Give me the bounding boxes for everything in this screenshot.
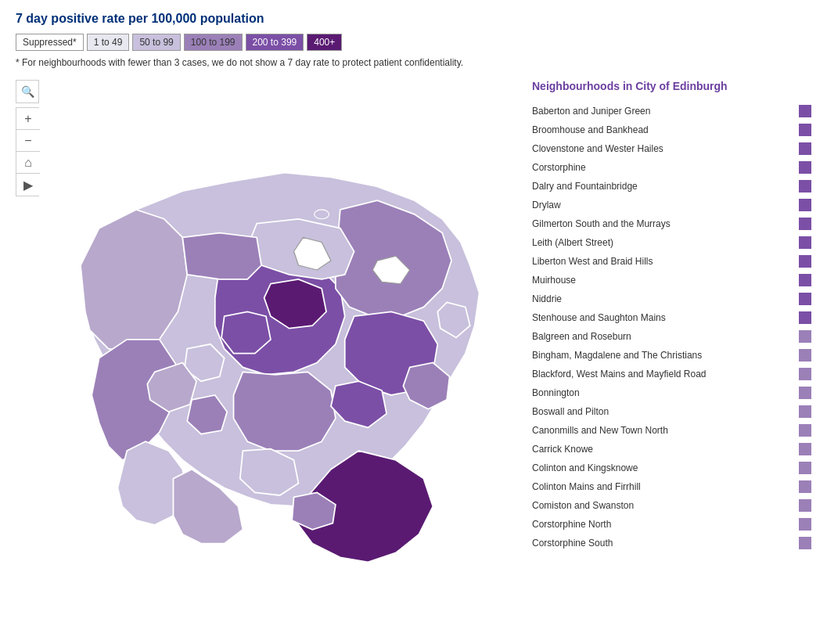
neighbourhood-item: Gilmerton South and the Murrays — [532, 214, 811, 233]
neighbourhood-item: Liberton West and Braid Hills — [532, 252, 811, 271]
neighbourhood-name: Clovenstone and Wester Hailes — [532, 143, 799, 154]
neighbourhood-item: Dalry and Fountainbridge — [532, 177, 811, 196]
colour-swatch — [799, 387, 811, 399]
map-wrapper: 🔍 + − ⌂ ▶ — [16, 80, 516, 581]
svg-point-1 — [315, 210, 329, 219]
arrow-button[interactable]: ▶ — [16, 174, 40, 196]
colour-swatch — [799, 330, 811, 343]
neighbourhood-name: Colinton and Kingsknowe — [532, 462, 799, 473]
neighbourhood-name: Dalry and Fountainbridge — [532, 181, 799, 192]
neighbourhood-name: Canonmills and New Town North — [532, 425, 799, 436]
map-search-button[interactable]: 🔍 — [16, 80, 39, 103]
colour-swatch — [799, 293, 811, 305]
map-controls-overlay: 🔍 + − ⌂ ▶ — [16, 80, 39, 196]
neighbourhood-item: Broomhouse and Bankhead — [532, 121, 811, 139]
neighbourhood-item: Clovenstone and Wester Hailes — [532, 139, 811, 158]
colour-swatch — [799, 218, 811, 230]
neighbourhood-name: Baberton and Juniper Green — [532, 106, 799, 117]
colour-swatch — [799, 311, 811, 324]
legend-item-range3: 100 to 199 — [184, 34, 243, 51]
neighbourhood-name: Bingham, Magdalene and The Christians — [532, 350, 799, 361]
page-title: 7 day positive rate per 100,000 populati… — [16, 12, 811, 26]
search-icon: 🔍 — [21, 85, 34, 98]
neighbourhood-item: Drylaw — [532, 196, 811, 214]
legend-item-suppressed: Suppressed* — [16, 34, 84, 51]
neighbourhood-name: Gilmerton South and the Murrays — [532, 218, 799, 229]
neighbourhood-item: Muirhouse — [532, 271, 811, 290]
neighbourhood-item: Colinton Mains and Firrhill — [532, 477, 811, 496]
main-content: 🔍 + − ⌂ ▶ — [16, 80, 811, 581]
neighbourhood-item: Corstorphine North — [532, 515, 811, 534]
colour-swatch — [799, 105, 811, 117]
neighbourhood-name: Niddrie — [532, 293, 799, 304]
neighbourhood-name: Comiston and Swanston — [532, 500, 799, 511]
neighbourhood-item: Blackford, West Mains and Mayfield Road — [532, 365, 811, 383]
colour-swatch — [799, 199, 811, 211]
legend-item-range5: 400+ — [307, 34, 342, 51]
zoom-out-button[interactable]: − — [16, 130, 40, 152]
neighbourhood-item: Bingham, Magdalene and The Christians — [532, 346, 811, 365]
neighbourhood-item: Balgreen and Roseburn — [532, 327, 811, 346]
home-button[interactable]: ⌂ — [16, 152, 40, 174]
colour-swatch — [799, 124, 811, 136]
footnote: * For neighbourhoods with fewer than 3 c… — [16, 57, 485, 68]
neighbourhood-name: Carrick Knowe — [532, 444, 799, 455]
neighbourhood-item: Canonmills and New Town North — [532, 421, 811, 440]
neighbourhood-name: Leith (Albert Street) — [532, 237, 799, 248]
neighbourhood-list: Baberton and Juniper GreenBroomhouse and… — [532, 102, 811, 552]
colour-swatch — [799, 518, 811, 531]
neighbourhood-name: Drylaw — [532, 200, 799, 210]
colour-swatch — [799, 462, 811, 474]
colour-swatch — [799, 499, 811, 512]
colour-swatch — [799, 180, 811, 192]
neighbourhood-name: Broomhouse and Bankhead — [532, 124, 799, 135]
map-zoom-controls: + − ⌂ ▶ — [16, 107, 39, 196]
neighbourhood-item: Comiston and Swanston — [532, 496, 811, 515]
colour-swatch — [799, 255, 811, 268]
neighbourhood-item: Boswall and Pilton — [532, 402, 811, 421]
colour-swatch — [799, 424, 811, 437]
neighbourhood-item: Leith (Albert Street) — [532, 233, 811, 252]
neighbourhood-name: Muirhouse — [532, 275, 799, 286]
legend-item-range1: 1 to 49 — [87, 34, 130, 51]
neighbourhood-name: Corstorphine South — [532, 538, 799, 549]
neighbourhood-name: Bonnington — [532, 387, 799, 398]
colour-swatch — [799, 405, 811, 418]
colour-swatch — [799, 368, 811, 380]
legend-item-range2: 50 to 99 — [132, 34, 180, 51]
neighbourhood-name: Balgreen and Roseburn — [532, 331, 799, 342]
neighbourhood-item: Bonnington — [532, 383, 811, 402]
page-container: 7 day positive rate per 100,000 populati… — [0, 0, 827, 592]
sidebar: Neighbourhoods in City of Edinburgh Babe… — [532, 80, 811, 581]
colour-swatch — [799, 274, 811, 286]
neighbourhood-item: Corstorphine South — [532, 534, 811, 552]
map-section: 🔍 + − ⌂ ▶ — [16, 80, 516, 581]
colour-swatch — [799, 443, 811, 455]
neighbourhood-name: Corstorphine North — [532, 519, 799, 530]
colour-swatch — [799, 142, 811, 155]
neighbourhood-name: Boswall and Pilton — [532, 406, 799, 417]
neighbourhood-name: Liberton West and Braid Hills — [532, 256, 799, 267]
neighbourhood-item: Baberton and Juniper Green — [532, 102, 811, 121]
sidebar-title: Neighbourhoods in City of Edinburgh — [532, 80, 811, 92]
colour-swatch — [799, 236, 811, 249]
colour-swatch — [799, 349, 811, 362]
neighbourhood-item: Niddrie — [532, 290, 811, 308]
neighbourhood-name: Stenhouse and Saughton Mains — [532, 312, 799, 323]
neighbourhood-name: Colinton Mains and Firrhill — [532, 481, 799, 492]
neighbourhood-item: Corstorphine — [532, 158, 811, 177]
neighbourhood-name: Corstorphine — [532, 162, 799, 173]
legend-item-range4: 200 to 399 — [246, 34, 304, 51]
colour-swatch — [799, 161, 811, 174]
legend-row: Suppressed*1 to 4950 to 99100 to 199200 … — [16, 34, 811, 51]
colour-swatch — [799, 537, 811, 549]
neighbourhood-item: Colinton and Kingsknowe — [532, 459, 811, 477]
neighbourhood-item: Stenhouse and Saughton Mains — [532, 308, 811, 327]
colour-swatch — [799, 480, 811, 493]
map-svg — [16, 80, 516, 581]
neighbourhood-name: Blackford, West Mains and Mayfield Road — [532, 369, 799, 380]
neighbourhood-item: Carrick Knowe — [532, 440, 811, 459]
zoom-in-button[interactable]: + — [16, 108, 40, 130]
